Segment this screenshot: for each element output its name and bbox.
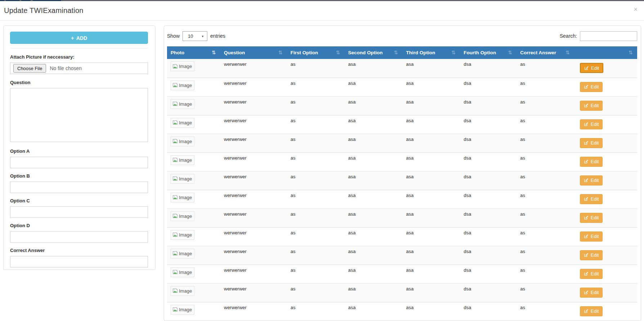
first-option-cell: as xyxy=(287,152,344,171)
edit-button[interactable]: Edit xyxy=(580,306,603,316)
search-input[interactable] xyxy=(580,31,637,41)
choose-file-button[interactable]: Choose File xyxy=(13,64,46,73)
edit-button[interactable]: Edit xyxy=(580,63,603,73)
fourth-option-cell: dsa xyxy=(460,208,517,227)
option-d-label: Option D xyxy=(10,223,148,228)
broken-image-alt: Image xyxy=(179,214,192,219)
search-control: Search: xyxy=(560,31,637,41)
edit-button[interactable]: Edit xyxy=(580,157,603,167)
page-length-select[interactable]: 10 ▼ xyxy=(183,31,207,41)
first-option-cell: as xyxy=(287,115,344,134)
actions-cell: Edit xyxy=(574,96,637,115)
first-option-cell: as xyxy=(287,96,344,115)
broken-image: Image xyxy=(171,137,194,146)
edit-button[interactable]: Edit xyxy=(580,194,603,204)
column-header-photo[interactable]: Photo⇅ xyxy=(167,46,220,59)
fourth-option-cell: dsa xyxy=(460,115,517,134)
question-form-panel: +ADD Attach Picture if neccessary: Choos… xyxy=(3,26,156,270)
question-cell: werwerwer xyxy=(220,208,287,227)
edit-button-label: Edit xyxy=(591,215,599,220)
option-c-input[interactable] xyxy=(10,206,148,218)
column-header-second-option[interactable]: Second Option⇅ xyxy=(344,46,402,59)
chevron-down-icon: ▼ xyxy=(201,35,204,38)
second-option-cell: asa xyxy=(344,265,402,283)
edit-button[interactable]: Edit xyxy=(580,82,603,92)
broken-image: Image xyxy=(171,61,194,71)
column-header-label: Correct Answer xyxy=(520,50,556,55)
third-option-cell: asa xyxy=(402,59,460,78)
entries-label: entries xyxy=(210,33,225,39)
actions-cell: Edit xyxy=(574,171,637,190)
column-header-label: Photo xyxy=(171,50,184,55)
question-cell: werwerwer xyxy=(220,171,287,190)
add-button[interactable]: +ADD xyxy=(10,32,148,44)
sort-icon[interactable]: ⇅ xyxy=(629,50,633,55)
photo-cell: Image xyxy=(167,283,220,302)
third-option-cell: asa xyxy=(402,171,460,190)
table-row: ImagewerwerwerasasaasadsaasEdit xyxy=(167,59,637,78)
first-option-cell: as xyxy=(287,190,344,208)
column-header-label: Question xyxy=(224,50,245,55)
edit-button[interactable]: Edit xyxy=(580,250,603,260)
sort-icon[interactable]: ⇅ xyxy=(278,50,283,55)
examination-table: Photo⇅Question⇅First Option⇅Second Optio… xyxy=(167,46,637,321)
column-header-fourth-option[interactable]: Fourth Option⇅ xyxy=(460,46,517,59)
photo-cell: Image xyxy=(167,208,220,227)
option-b-label: Option B xyxy=(10,173,148,179)
sort-icon[interactable]: ⇅ xyxy=(212,50,216,55)
fourth-option-cell: dsa xyxy=(460,134,517,152)
correct-answer-label: Correct Answer xyxy=(10,248,148,253)
edit-button[interactable]: Edit xyxy=(580,269,603,279)
column-header-correct-answer[interactable]: Correct Answer⇅ xyxy=(517,46,574,59)
page-title: Update TWIExamination xyxy=(4,6,84,15)
option-b-input[interactable] xyxy=(10,182,148,193)
file-input[interactable]: Choose File No file chosen xyxy=(10,63,148,74)
edit-button[interactable]: Edit xyxy=(580,213,603,223)
correct-answer-cell: as xyxy=(517,283,574,302)
option-a-input[interactable] xyxy=(10,157,148,168)
edit-icon xyxy=(584,141,589,145)
broken-image: Image xyxy=(171,118,194,128)
first-option-cell: as xyxy=(287,302,344,321)
column-header-third-option[interactable]: Third Option⇅ xyxy=(402,46,460,59)
actions-cell: Edit xyxy=(574,115,637,134)
edit-button[interactable]: Edit xyxy=(580,101,603,111)
column-header-question[interactable]: Question⇅ xyxy=(220,46,287,59)
edit-button-label: Edit xyxy=(591,84,599,90)
option-d-input[interactable] xyxy=(10,231,148,243)
second-option-cell: asa xyxy=(344,134,402,152)
close-icon[interactable]: × xyxy=(634,6,638,13)
column-header-actions[interactable]: ⇅ xyxy=(574,46,637,59)
sort-icon[interactable]: ⇅ xyxy=(336,50,340,55)
edit-icon xyxy=(584,159,589,164)
question-cell: werwerwer xyxy=(220,283,287,302)
fourth-option-cell: dsa xyxy=(460,59,517,78)
photo-cell: Image xyxy=(167,78,220,96)
actions-cell: Edit xyxy=(574,227,637,246)
sort-icon[interactable]: ⇅ xyxy=(566,50,570,55)
question-textarea[interactable] xyxy=(10,88,148,142)
question-cell: werwerwer xyxy=(220,59,287,78)
table-row: ImagewerwerwerasasaasadsaasEdit xyxy=(167,190,637,208)
edit-button[interactable]: Edit xyxy=(580,288,603,298)
edit-icon xyxy=(584,178,589,183)
broken-image-alt: Image xyxy=(179,251,192,256)
fourth-option-cell: dsa xyxy=(460,96,517,115)
edit-button[interactable]: Edit xyxy=(580,175,603,185)
column-header-first-option[interactable]: First Option⇅ xyxy=(287,46,344,59)
correct-answer-input[interactable] xyxy=(10,256,148,267)
sort-icon[interactable]: ⇅ xyxy=(451,50,456,55)
edit-button[interactable]: Edit xyxy=(580,119,603,129)
broken-image: Image xyxy=(171,286,194,296)
sort-icon[interactable]: ⇅ xyxy=(394,50,398,55)
broken-image-alt: Image xyxy=(179,270,192,275)
actions-cell: Edit xyxy=(574,265,637,283)
edit-button[interactable]: Edit xyxy=(580,138,603,148)
broken-image-alt: Image xyxy=(179,83,192,88)
photo-cell: Image xyxy=(167,96,220,115)
sort-icon[interactable]: ⇅ xyxy=(508,50,512,55)
table-row: ImagewerwerwerasasaasadsaasEdit xyxy=(167,152,637,171)
fourth-option-cell: dsa xyxy=(460,283,517,302)
edit-button[interactable]: Edit xyxy=(580,231,603,242)
broken-image-alt: Image xyxy=(179,101,192,107)
